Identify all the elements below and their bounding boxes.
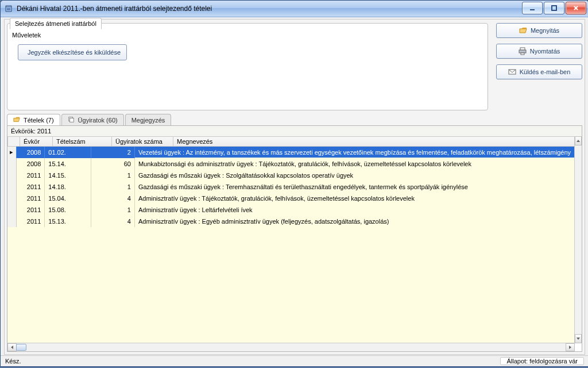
stack-icon xyxy=(68,116,75,124)
table-row[interactable]: 200815.14.60Munkabiztonsági és adminiszt… xyxy=(7,158,575,170)
col-tetelszam[interactable]: Tételszám xyxy=(53,136,112,147)
col-ugyiratok-szama[interactable]: Ügyiratok száma xyxy=(112,136,173,147)
cell-tetelszam: 01.02. xyxy=(45,147,91,158)
table-row[interactable]: 201115.04.4Adminisztratív ügyek : Tájéko… xyxy=(7,193,575,204)
table-row[interactable]: 201115.13.4Adminisztratív ügyek : Egyéb … xyxy=(7,216,575,227)
folder-open-icon xyxy=(519,26,527,34)
col-evkor[interactable]: Évkör xyxy=(20,136,53,147)
cell-ugyiratok-szama: 1 xyxy=(91,170,134,181)
svg-rect-1 xyxy=(552,6,556,10)
status-ready: Kész. xyxy=(5,358,26,365)
table-row[interactable]: 201115.08.1Adminisztratív ügyek : Leltár… xyxy=(7,204,575,216)
row-indicator xyxy=(7,216,16,227)
scroll-down-button[interactable] xyxy=(575,334,582,343)
cell-megnevezes: Vezetési ügyek : Az intézmény, a tanszék… xyxy=(134,147,574,158)
table-row[interactable]: ▸200801.02.2Vezetési ügyek : Az intézmén… xyxy=(7,147,575,158)
row-indicator xyxy=(7,193,16,204)
open-button-label: Megnyitás xyxy=(531,27,559,34)
cell-evkor: 2011 xyxy=(16,170,45,181)
print-button-label: Nyomtatás xyxy=(530,48,560,55)
svg-rect-4 xyxy=(521,53,524,55)
minimize-button[interactable] xyxy=(522,2,543,14)
cell-ugyiratok-szama: 2 xyxy=(91,147,134,158)
cell-ugyiratok-szama: 4 xyxy=(91,216,134,227)
action-sidebar: Megnyitás Nyomtatás Küldés e-mail-ben xyxy=(496,23,582,85)
cell-megnevezes: Adminisztratív ügyek : Egyéb adminisztra… xyxy=(134,216,574,227)
row-indicator xyxy=(7,170,16,181)
svg-rect-0 xyxy=(530,9,535,10)
scroll-up-button[interactable] xyxy=(575,136,582,145)
vertical-scrollbar[interactable] xyxy=(574,136,582,343)
cell-tetelszam: 14.15. xyxy=(45,170,91,181)
operations-groupbox: Selejtezés átmeneti irattárból Műveletek… xyxy=(7,23,488,110)
status-bar: Kész. Állapot: feldolgozásra vár xyxy=(1,355,588,366)
svg-rect-2 xyxy=(520,48,525,50)
cell-tetelszam: 14.18. xyxy=(45,181,91,193)
window-frame: Dékáni Hivatal 2011.-ben átmeneti irattá… xyxy=(0,0,588,367)
print-button[interactable]: Nyomtatás xyxy=(496,44,582,59)
data-grid[interactable]: Évkör Tételszám Ügyiratok száma Megnevez… xyxy=(7,136,575,343)
client-area: Megnyitás Nyomtatás Küldés e-mail-ben Se… xyxy=(4,19,585,355)
tab-ugyiratok-label: Ügyiratok (60) xyxy=(78,117,118,124)
group-band-label: Évkörök: 2011 xyxy=(11,128,51,135)
cell-megnevezes: Munkabiztonsági és adminisztratív ügyek … xyxy=(134,158,574,170)
cell-ugyiratok-szama: 1 xyxy=(91,181,134,193)
operations-label: Műveletek xyxy=(12,32,41,39)
titlebar[interactable]: Dékáni Hivatal 2011.-ben átmeneti irattá… xyxy=(1,1,588,17)
status-state: Állapot: feldolgozásra vár xyxy=(500,357,584,365)
cell-tetelszam: 15.14. xyxy=(45,158,91,170)
cell-megnevezes: Adminisztratív ügyek : Tájékoztatók, gra… xyxy=(134,193,574,204)
tab-tetelek[interactable]: Tételek (7) xyxy=(7,114,60,126)
cell-ugyiratok-szama: 60 xyxy=(91,158,134,170)
svg-rect-3 xyxy=(519,50,526,53)
create-send-list-label: Jegyzék elkészítése és kiküldése xyxy=(28,49,121,56)
maximize-button[interactable] xyxy=(544,2,564,14)
tab-megjegyzes[interactable]: Megjegyzés xyxy=(125,114,172,126)
close-button[interactable] xyxy=(566,2,586,14)
cell-ugyiratok-szama: 4 xyxy=(91,193,134,204)
svg-rect-8 xyxy=(69,118,74,122)
open-button[interactable]: Megnyitás xyxy=(496,23,582,38)
cell-tetelszam: 15.08. xyxy=(45,204,91,216)
create-send-list-button[interactable]: Jegyzék elkészítése és kiküldése xyxy=(18,44,127,60)
mail-icon xyxy=(508,68,516,76)
cell-evkor: 2008 xyxy=(16,158,45,170)
horizontal-scrollbar[interactable] xyxy=(7,343,575,351)
grid-panel: Évkörök: 2011 Évkör Tételszám Ügyiratok … xyxy=(7,125,582,352)
cell-megnevezes: Gazdasági és műszaki ügyek : Szolgáltatá… xyxy=(134,170,574,181)
cell-tetelszam: 15.04. xyxy=(45,193,91,204)
printer-icon xyxy=(519,47,527,55)
cell-evkor: 2011 xyxy=(16,181,45,193)
scroll-left-button[interactable] xyxy=(7,343,17,351)
groupbox-tab-label: Selejtezés átmeneti irattárból xyxy=(15,20,96,27)
tab-ugyiratok[interactable]: Ügyiratok (60) xyxy=(61,114,124,126)
grid-body: ▸200801.02.2Vezetési ügyek : Az intézmén… xyxy=(7,147,575,227)
scroll-right-button[interactable] xyxy=(566,343,575,351)
row-indicator xyxy=(7,181,16,193)
col-megnevezes[interactable]: Megnevezés xyxy=(173,136,575,147)
cell-evkor: 2011 xyxy=(16,193,45,204)
cell-evkor: 2008 xyxy=(16,147,45,158)
folder-open-icon xyxy=(13,116,20,124)
app-icon xyxy=(4,4,13,13)
cell-megnevezes: Gazdasági és műszaki ügyek : Teremhaszná… xyxy=(134,181,574,193)
table-row[interactable]: 201114.18.1Gazdasági és műszaki ügyek : … xyxy=(7,181,575,193)
cell-megnevezes: Adminisztratív ügyek : Leltárfelvételi í… xyxy=(134,204,574,216)
cell-tetelszam: 15.13. xyxy=(45,216,91,227)
row-indicator: ▸ xyxy=(7,147,16,158)
tab-tetelek-label: Tételek (7) xyxy=(24,117,54,124)
cell-evkor: 2011 xyxy=(16,216,45,227)
email-button[interactable]: Küldés e-mail-ben xyxy=(496,64,582,79)
cell-ugyiratok-szama: 1 xyxy=(91,204,134,216)
email-button-label: Küldés e-mail-ben xyxy=(520,68,571,75)
row-indicator xyxy=(7,158,16,170)
grid-header: Évkör Tételszám Ügyiratok száma Megnevez… xyxy=(7,136,575,147)
tab-megjegyzes-label: Megjegyzés xyxy=(131,117,165,124)
cell-evkor: 2011 xyxy=(16,204,45,216)
row-indicator xyxy=(7,204,16,216)
hscroll-thumb[interactable] xyxy=(16,344,26,351)
groupbox-tab[interactable]: Selejtezés átmeneti irattárból xyxy=(10,18,102,29)
main-tabs: Tételek (7) Ügyiratok (60) Megjegyzés xyxy=(7,114,582,126)
window-title: Dékáni Hivatal 2011.-ben átmeneti irattá… xyxy=(17,5,212,13)
table-row[interactable]: 201114.15.1Gazdasági és műszaki ügyek : … xyxy=(7,170,575,181)
